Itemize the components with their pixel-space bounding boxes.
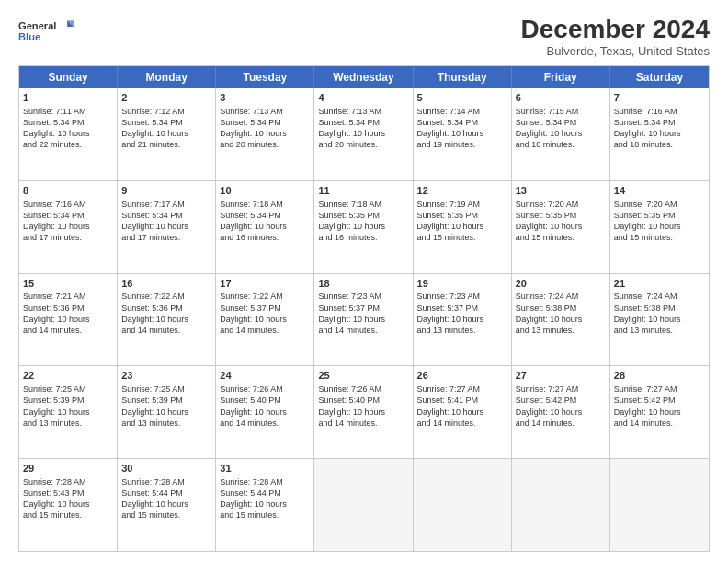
day-number: 7 — [614, 91, 705, 105]
day-info: Sunrise: 7:19 AM — [417, 200, 481, 209]
day-info: and 14 minutes. — [318, 326, 377, 335]
cal-cell: 14Sunrise: 7:20 AMSunset: 5:35 PMDayligh… — [610, 181, 709, 273]
day-number: 9 — [121, 184, 211, 198]
day-info: Sunset: 5:39 PM — [23, 396, 85, 405]
day-info: Sunset: 5:35 PM — [516, 211, 577, 220]
day-number: 16 — [121, 277, 211, 291]
cal-cell: 13Sunrise: 7:20 AMSunset: 5:35 PMDayligh… — [512, 181, 610, 273]
cal-cell: 15Sunrise: 7:21 AMSunset: 5:36 PMDayligh… — [19, 274, 118, 366]
day-number: 17 — [220, 277, 310, 291]
day-number: 22 — [23, 369, 113, 383]
cal-cell: 1Sunrise: 7:11 AMSunset: 5:34 PMDaylight… — [19, 88, 118, 180]
day-number: 31 — [220, 462, 310, 476]
day-info: Sunset: 5:37 PM — [318, 304, 380, 313]
day-info: Sunrise: 7:23 AM — [318, 292, 381, 301]
calendar: Sunday Monday Tuesday Wednesday Thursday… — [18, 65, 710, 552]
day-info: Sunrise: 7:23 AM — [417, 292, 481, 301]
day-info: and 14 minutes. — [614, 419, 673, 428]
day-info: Sunset: 5:34 PM — [121, 211, 183, 220]
day-info: Daylight: 10 hours — [220, 500, 287, 509]
day-info: Sunset: 5:34 PM — [614, 118, 676, 127]
cal-cell: 2Sunrise: 7:12 AMSunset: 5:34 PMDaylight… — [118, 88, 216, 180]
day-info: and 13 minutes. — [121, 419, 180, 428]
day-number: 11 — [318, 184, 408, 198]
day-number: 21 — [614, 277, 705, 291]
day-info: Sunrise: 7:28 AM — [220, 477, 283, 487]
day-info: and 14 minutes. — [121, 326, 180, 335]
day-info: Daylight: 10 hours — [516, 129, 583, 138]
day-info: Daylight: 10 hours — [318, 222, 385, 231]
day-info: Sunset: 5:35 PM — [614, 211, 676, 220]
day-info: and 15 minutes. — [23, 511, 82, 520]
day-info: Daylight: 10 hours — [614, 222, 681, 231]
day-info: Daylight: 10 hours — [614, 408, 681, 417]
day-info: and 16 minutes. — [318, 233, 377, 242]
cal-cell: 27Sunrise: 7:27 AMSunset: 5:42 PMDayligh… — [512, 366, 610, 458]
cal-row-1: 1Sunrise: 7:11 AMSunset: 5:34 PMDaylight… — [19, 88, 709, 180]
day-info: Sunset: 5:35 PM — [417, 211, 479, 220]
day-info: Sunset: 5:41 PM — [417, 396, 479, 405]
cal-cell: 29Sunrise: 7:28 AMSunset: 5:43 PMDayligh… — [19, 459, 118, 551]
svg-text:General: General — [18, 20, 56, 31]
day-info: Daylight: 10 hours — [220, 408, 287, 417]
cal-cell: 30Sunrise: 7:28 AMSunset: 5:44 PMDayligh… — [118, 459, 216, 551]
day-number: 13 — [516, 184, 606, 198]
day-info: Sunset: 5:34 PM — [121, 118, 183, 127]
day-info: Daylight: 10 hours — [417, 315, 484, 324]
day-number: 3 — [220, 91, 310, 105]
day-info: and 14 minutes. — [23, 326, 82, 335]
day-info: Sunrise: 7:21 AM — [23, 292, 86, 301]
day-info: Daylight: 10 hours — [121, 222, 188, 231]
title-block: December 2024 Bulverde, Texas, United St… — [521, 15, 710, 58]
day-info: and 15 minutes. — [417, 233, 476, 242]
day-info: Sunrise: 7:25 AM — [23, 385, 86, 394]
day-info: Daylight: 10 hours — [417, 222, 484, 231]
cal-row-4: 22Sunrise: 7:25 AMSunset: 5:39 PMDayligh… — [19, 365, 709, 458]
cal-cell: 20Sunrise: 7:24 AMSunset: 5:38 PMDayligh… — [512, 274, 610, 366]
day-number: 8 — [23, 184, 113, 198]
day-info: Sunrise: 7:22 AM — [220, 292, 283, 301]
cal-cell: 10Sunrise: 7:18 AMSunset: 5:34 PMDayligh… — [216, 181, 314, 273]
day-info: Sunset: 5:36 PM — [121, 304, 183, 313]
day-number: 29 — [23, 462, 113, 476]
day-info: Sunset: 5:37 PM — [417, 304, 479, 313]
day-info: Sunset: 5:42 PM — [516, 396, 577, 405]
day-info: Sunset: 5:44 PM — [121, 488, 183, 498]
day-info: and 15 minutes. — [121, 511, 180, 520]
day-info: Daylight: 10 hours — [121, 129, 188, 138]
header: General Blue December 2024 Bulverde, Tex… — [18, 15, 710, 58]
cal-cell: 3Sunrise: 7:13 AMSunset: 5:34 PMDaylight… — [216, 88, 314, 180]
day-info: Sunrise: 7:11 AM — [23, 107, 86, 116]
day-info: Sunrise: 7:16 AM — [614, 107, 677, 116]
cal-cell: 18Sunrise: 7:23 AMSunset: 5:37 PMDayligh… — [314, 274, 413, 366]
day-number: 30 — [121, 462, 211, 476]
logo-svg: General Blue — [18, 15, 74, 50]
day-info: Daylight: 10 hours — [23, 222, 90, 231]
day-info: Sunrise: 7:20 AM — [614, 200, 677, 209]
day-info: Sunrise: 7:18 AM — [220, 200, 283, 209]
day-number: 1 — [23, 91, 113, 105]
cal-cell: 6Sunrise: 7:15 AMSunset: 5:34 PMDaylight… — [512, 88, 610, 180]
day-info: Daylight: 10 hours — [614, 129, 681, 138]
day-info: Sunrise: 7:28 AM — [121, 477, 185, 487]
day-number: 20 — [516, 277, 606, 291]
cal-cell — [610, 459, 709, 551]
day-info: Sunset: 5:38 PM — [614, 304, 676, 313]
calendar-header: Sunday Monday Tuesday Wednesday Thursday… — [19, 66, 709, 88]
day-info: and 19 minutes. — [417, 140, 476, 149]
cal-cell: 24Sunrise: 7:26 AMSunset: 5:40 PMDayligh… — [216, 366, 314, 458]
day-info: and 16 minutes. — [220, 233, 279, 242]
day-info: Sunset: 5:43 PM — [23, 488, 85, 498]
day-number: 23 — [121, 369, 211, 383]
cal-cell: 21Sunrise: 7:24 AMSunset: 5:38 PMDayligh… — [610, 274, 709, 366]
day-info: Sunset: 5:34 PM — [417, 118, 479, 127]
day-info: and 13 minutes. — [23, 419, 82, 428]
day-info: and 20 minutes. — [318, 140, 377, 149]
cal-cell: 22Sunrise: 7:25 AMSunset: 5:39 PMDayligh… — [19, 366, 118, 458]
day-info: Daylight: 10 hours — [516, 222, 583, 231]
day-info: Daylight: 10 hours — [220, 222, 287, 231]
cal-cell: 9Sunrise: 7:17 AMSunset: 5:34 PMDaylight… — [118, 181, 216, 273]
day-info: Sunrise: 7:12 AM — [121, 107, 185, 116]
cal-cell: 4Sunrise: 7:13 AMSunset: 5:34 PMDaylight… — [314, 88, 413, 180]
day-info: Daylight: 10 hours — [318, 129, 385, 138]
